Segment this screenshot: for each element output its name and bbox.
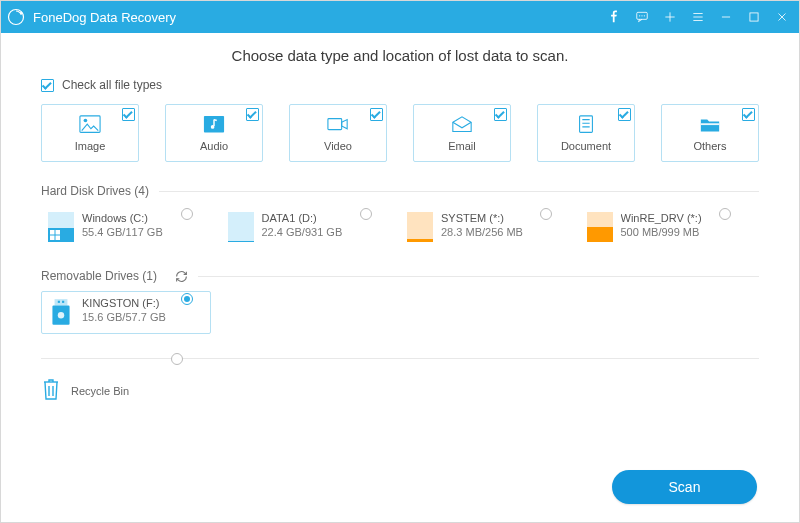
type-checkbox-video[interactable]	[370, 108, 383, 121]
svg-rect-6	[750, 13, 758, 21]
video-icon	[327, 114, 349, 134]
svg-point-4	[641, 15, 642, 16]
type-card-email[interactable]: Email	[413, 104, 511, 162]
type-checkbox-others[interactable]	[742, 108, 755, 121]
drive-size: 500 MB/999 MB	[621, 226, 702, 238]
drive-icon	[407, 212, 433, 242]
drive-size: 15.6 GB/57.7 GB	[82, 311, 166, 323]
type-card-others[interactable]: Others	[661, 104, 759, 162]
svg-point-8	[84, 118, 88, 122]
audio-icon	[203, 114, 225, 134]
type-label: Video	[324, 140, 352, 152]
svg-rect-15	[56, 230, 61, 235]
titlebar: FoneDog Data Recovery	[1, 1, 799, 33]
check-all-row[interactable]: Check all file types	[41, 78, 759, 92]
drive-radio[interactable]	[181, 293, 193, 305]
type-label: Image	[75, 140, 106, 152]
svg-rect-13	[701, 123, 719, 125]
add-icon[interactable]	[663, 10, 677, 24]
image-icon	[79, 114, 101, 134]
scan-button-label: Scan	[669, 479, 701, 495]
drive-name: DATA1 (D:)	[262, 212, 343, 224]
type-checkbox-email[interactable]	[494, 108, 507, 121]
svg-point-10	[211, 125, 215, 129]
section-header-removable: Removable Drives (1)	[41, 269, 759, 283]
minimize-icon[interactable]	[719, 10, 733, 24]
svg-rect-21	[62, 301, 64, 303]
section-header-hdd: Hard Disk Drives (4)	[41, 184, 759, 198]
drive-icon	[587, 212, 613, 242]
drive-radio[interactable]	[360, 208, 372, 220]
svg-rect-12	[580, 116, 593, 132]
check-all-checkbox[interactable]	[41, 79, 54, 92]
maximize-icon[interactable]	[747, 10, 761, 24]
drive-icon	[48, 212, 74, 242]
windows-logo-icon	[50, 230, 60, 240]
drive-size: 28.3 MB/256 MB	[441, 226, 523, 238]
hdd-row: Windows (C:) 55.4 GB/117 GB DATA1 (D:) 2…	[41, 206, 759, 249]
app-logo-icon	[7, 8, 25, 26]
drive-name: KINGSTON (F:)	[82, 297, 166, 309]
type-checkbox-audio[interactable]	[246, 108, 259, 121]
section-title: Removable Drives (1)	[41, 269, 157, 283]
type-card-document[interactable]: Document	[537, 104, 635, 162]
type-card-video[interactable]: Video	[289, 104, 387, 162]
section-title: Hard Disk Drives (4)	[41, 184, 149, 198]
svg-point-3	[639, 15, 640, 16]
close-icon[interactable]	[775, 10, 789, 24]
recycle-radio[interactable]	[171, 353, 183, 365]
usb-icon	[48, 297, 74, 327]
type-label: Audio	[200, 140, 228, 152]
divider	[198, 276, 759, 277]
recycle-row: Recycle Bin	[41, 373, 759, 409]
drive-name: Windows (C:)	[82, 212, 163, 224]
svg-point-0	[9, 10, 24, 25]
feedback-icon[interactable]	[635, 10, 649, 24]
drive-radio[interactable]	[540, 208, 552, 220]
page-heading: Choose data type and location of lost da…	[41, 47, 759, 64]
svg-rect-18	[55, 299, 68, 305]
check-all-label: Check all file types	[62, 78, 162, 92]
type-label: Email	[448, 140, 476, 152]
email-icon	[451, 114, 473, 134]
svg-rect-20	[58, 301, 60, 303]
type-checkbox-image[interactable]	[122, 108, 135, 121]
drive-size: 22.4 GB/931 GB	[262, 226, 343, 238]
svg-point-22	[58, 312, 64, 318]
recycle-label: Recycle Bin	[71, 385, 129, 397]
drive-name: WinRE_DRV (*:)	[621, 212, 702, 224]
recycle-bin-item[interactable]: Recycle Bin	[41, 373, 211, 409]
document-icon	[575, 114, 597, 134]
svg-rect-14	[50, 230, 55, 235]
file-type-row: Image Audio Video Email Document	[41, 104, 759, 162]
drive-radio[interactable]	[181, 208, 193, 220]
type-checkbox-document[interactable]	[618, 108, 631, 121]
drive-radio[interactable]	[719, 208, 731, 220]
type-card-audio[interactable]: Audio	[165, 104, 263, 162]
type-label: Document	[561, 140, 611, 152]
svg-point-5	[644, 15, 645, 16]
divider	[159, 191, 759, 192]
menu-icon[interactable]	[691, 10, 705, 24]
type-card-image[interactable]: Image	[41, 104, 139, 162]
svg-rect-16	[50, 236, 55, 241]
drive-icon	[228, 212, 254, 242]
divider	[41, 358, 759, 359]
svg-rect-17	[56, 236, 61, 241]
scan-button[interactable]: Scan	[612, 470, 757, 504]
svg-rect-11	[328, 118, 342, 129]
app-title: FoneDog Data Recovery	[33, 10, 176, 25]
drive-size: 55.4 GB/117 GB	[82, 226, 163, 238]
drive-name: SYSTEM (*:)	[441, 212, 523, 224]
recycle-bin-icon	[41, 377, 61, 405]
type-label: Others	[693, 140, 726, 152]
refresh-button[interactable]	[175, 270, 188, 283]
others-icon	[699, 114, 721, 134]
facebook-icon[interactable]	[607, 10, 621, 24]
removable-row: KINGSTON (F:) 15.6 GB/57.7 GB	[41, 291, 759, 334]
